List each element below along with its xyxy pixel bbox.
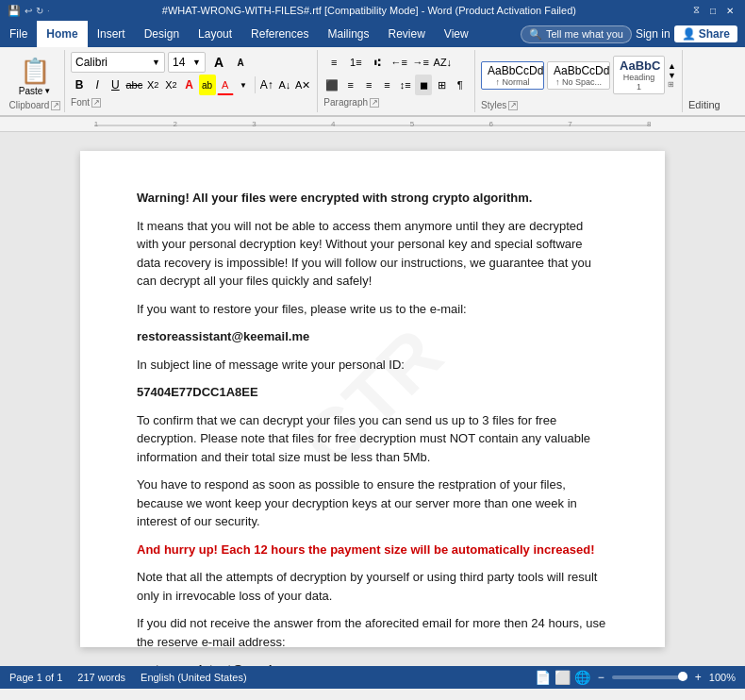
page-info: Page 1 of 1 [9,672,62,683]
menu-file[interactable]: File [0,21,37,47]
document-area: GTR Warning! All your files were encrypt… [0,132,745,666]
document-content[interactable]: Warning! All your files were encrypted w… [137,189,608,666]
style-no-spacing[interactable]: AaBbCcDd ↑ No Spac... [547,61,610,90]
styles-more-button[interactable]: ▲ ▼ ⊞ [668,61,676,89]
document-page: GTR Warning! All your files were encrypt… [80,151,665,647]
increase-indent-button[interactable]: →≡ [410,52,431,73]
minimize-button[interactable]: ⧖ [688,3,704,18]
font-size-selector[interactable]: 14 ▼ [168,52,206,73]
menu-mailings[interactable]: Mailings [318,21,378,47]
para-5: You have to respond as soon as possible … [137,475,608,531]
editing-label: Editing [688,99,734,110]
menu-review[interactable]: Review [378,21,434,47]
maximize-button[interactable]: □ [705,3,720,18]
view-controls: 📄 ⬜ 🌐 [535,670,590,685]
menu-insert[interactable]: Insert [88,21,135,47]
para-urgent: And hurry up! Each 12 hours the payment … [137,541,608,559]
language-info: English (United States) [141,672,247,683]
justify-button[interactable]: ≡ [378,75,395,95]
multilevel-list-button[interactable]: ⑆ [367,52,388,73]
menu-bar: File Home Insert Design Layout Reference… [0,21,745,47]
ruler: 12345678 [0,117,745,132]
status-bar: Page 1 of 1 217 words English (United St… [0,666,745,689]
font-label: Font ↗ [71,97,311,108]
para-6: Note that all the attempts of decryption… [137,568,608,605]
app-icon: 💾 [8,5,21,17]
clipboard-group: 📋 Paste ▼ Clipboard ↗ [6,50,65,112]
para-id: 57404E77DCC1A8EE [137,383,608,402]
paste-button[interactable]: 📋 [20,57,50,86]
tell-me-search[interactable]: 🔍 Tell me what you [521,25,632,43]
align-right-button[interactable]: ≡ [360,75,377,95]
print-layout-button[interactable]: ⬜ [555,670,571,685]
tell-me-text: Tell me what you [546,28,623,40]
zoom-level: 100% [709,672,736,683]
paste-dropdown[interactable]: Paste ▼ [19,86,52,96]
editing-group: Editing [683,50,739,112]
close-button[interactable]: ✕ [722,3,737,18]
para-7: If you did not receive the answer from t… [137,614,608,651]
style-heading1[interactable]: AaBbC Heading 1 [613,56,665,94]
border-button[interactable]: ⊞ [433,75,450,95]
menu-references[interactable]: References [241,21,318,47]
font-size-controls: A A [208,52,251,73]
sign-in-link[interactable]: Sign in [636,27,670,41]
menu-layout[interactable]: Layout [189,21,241,47]
strikethrough-button[interactable]: abc [124,75,143,95]
underline-button[interactable]: U [107,75,124,95]
align-center-button[interactable]: ≡ [342,75,359,95]
subscript-button[interactable]: X2 [144,75,161,95]
text-effects-button[interactable]: A [180,75,197,95]
para-email1: restoreassistant@keemail.me [137,327,608,346]
superscript-button[interactable]: X2 [162,75,179,95]
word-count: 217 words [77,672,125,683]
zoom-slider[interactable] [612,675,687,679]
style-normal[interactable]: AaBbCcDd ↑ Normal [481,61,544,90]
para-warning-title: Warning! All your files were encrypted w… [137,189,608,208]
font-color-dropdown[interactable]: ▼ [235,75,252,95]
italic-button[interactable]: I [89,75,106,95]
zoom-in-button[interactable]: + [695,671,702,684]
font-color-button[interactable]: A [217,75,234,95]
para-2: If you want to restore your files, pleas… [137,300,608,319]
styles-label: Styles ↗ [481,100,676,110]
zoom-out-button[interactable]: − [598,671,604,684]
paragraph-label: Paragraph ↗ [323,97,469,108]
text-highlight-button[interactable]: ab [199,75,216,95]
person-icon: 👤 [682,27,696,41]
menu-right: 🔍 Tell me what you Sign in 👤 Share [521,21,745,47]
decrease-font-button[interactable]: A [230,52,251,73]
para-3: In subject line of message write your pe… [137,356,608,375]
shading-button[interactable]: ◼ [415,75,432,95]
font-group: Calibri ▼ 14 ▼ A A B I U abc X2 X2 [65,50,318,112]
web-layout-button[interactable]: 🌐 [574,670,590,685]
menu-view[interactable]: View [435,21,478,47]
share-button[interactable]: 👤 Share [674,25,737,42]
clear-format-button[interactable]: A✕ [294,75,311,95]
read-mode-button[interactable]: 📄 [535,670,551,685]
menu-home[interactable]: Home [37,21,87,47]
increase-font-button[interactable]: A [208,52,229,73]
font-size-inc2[interactable]: A↑ [258,75,275,95]
decrease-indent-button[interactable]: ←≡ [389,52,409,73]
styles-group: AaBbCcDd ↑ Normal AaBbCcDd ↑ No Spac... … [475,50,683,112]
ribbon: 📋 Paste ▼ Clipboard ↗ Calibri ▼ 14 [0,47,745,117]
window-controls[interactable]: ⧖ □ ✕ [688,3,737,18]
menu-design[interactable]: Design [135,21,189,47]
status-right: 📄 ⬜ 🌐 − + 100% [535,670,736,685]
bullets-button[interactable]: ≡ [323,52,344,73]
line-spacing-button[interactable]: ↕≡ [397,75,414,95]
show-para-button[interactable]: ¶ [452,75,469,95]
clipboard-label: Clipboard ↗ [9,100,61,110]
sort-button[interactable]: AZ↓ [432,52,453,73]
title-bar-left: 💾 ↩ ↻ · [8,5,50,17]
font-size-dec2[interactable]: A↓ [276,75,293,95]
paragraph-group: ≡ 1≡ ⑆ ←≡ →≡ AZ↓ ⬛ ≡ ≡ ≡ ↕≡ ◼ ⊞ ¶ Paragr… [318,50,475,112]
para-4: To confirm that we can decrypt your file… [137,411,608,467]
para-email2: restoreassistant@yandex.com [137,660,608,666]
bold-button[interactable]: B [71,75,88,95]
title-bar: 💾 ↩ ↻ · #WHAT-WRONG-WITH-FILES#.rtf [Com… [0,0,745,21]
font-name-selector[interactable]: Calibri ▼ [71,52,165,73]
align-left-button[interactable]: ⬛ [323,75,340,95]
numbering-button[interactable]: 1≡ [345,52,366,73]
